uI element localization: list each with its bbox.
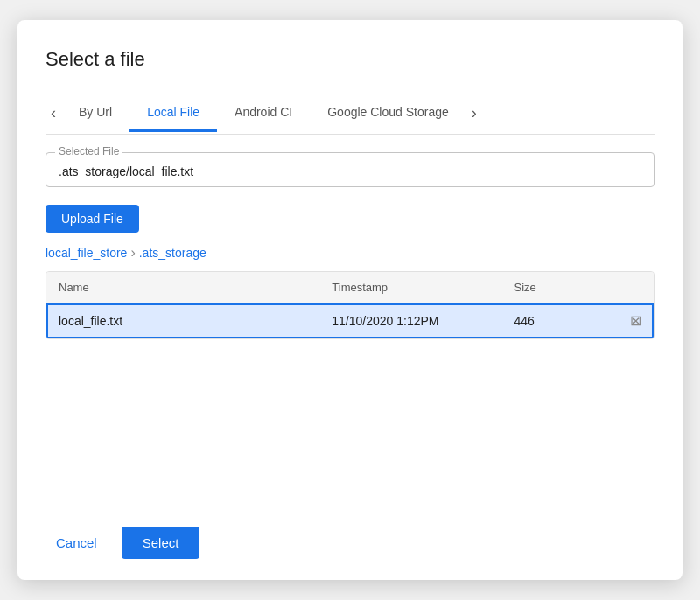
file-timestamp: 11/10/2020 1:12PM bbox=[319, 303, 501, 338]
next-tab-arrow[interactable]: › bbox=[466, 92, 482, 134]
table-row[interactable]: local_file.txt 11/10/2020 1:12PM 446 ⊠ bbox=[46, 303, 654, 338]
file-table-container: Name Timestamp Size local_file.txt 11/10… bbox=[46, 271, 654, 339]
delete-cell: ⊠ bbox=[593, 303, 654, 338]
breadcrumb: local_file_store › .ats_storage bbox=[46, 245, 654, 261]
file-size: 446 bbox=[501, 303, 592, 338]
prev-tab-arrow[interactable]: ‹ bbox=[46, 92, 61, 134]
breadcrumb-separator: › bbox=[130, 245, 135, 261]
table-header: Name Timestamp Size bbox=[46, 272, 654, 303]
selected-file-field: Selected File .ats_storage/local_file.tx… bbox=[46, 152, 654, 187]
dialog: Select a file ‹ By Url Local File Androi… bbox=[18, 20, 682, 580]
selected-file-label: Selected File bbox=[55, 145, 122, 157]
file-table: Name Timestamp Size local_file.txt 11/10… bbox=[46, 272, 654, 338]
content-area: Selected File .ats_storage/local_file.tx… bbox=[46, 135, 654, 506]
delete-icon[interactable]: ⊠ bbox=[630, 313, 641, 328]
dialog-footer: Cancel Select bbox=[46, 506, 654, 559]
selected-file-value: .ats_storage/local_file.txt bbox=[59, 164, 193, 178]
breadcrumb-root[interactable]: local_file_store bbox=[46, 246, 127, 260]
tab-by-url[interactable]: By Url bbox=[61, 94, 130, 132]
col-header-name: Name bbox=[46, 272, 319, 303]
tab-android-ci[interactable]: Android CI bbox=[217, 94, 310, 132]
col-header-size: Size bbox=[501, 272, 592, 303]
breadcrumb-current[interactable]: .ats_storage bbox=[139, 246, 206, 260]
cancel-button[interactable]: Cancel bbox=[46, 528, 108, 557]
col-header-action bbox=[593, 272, 654, 303]
tabs-row: ‹ By Url Local File Android CI Google Cl… bbox=[46, 92, 654, 135]
col-header-timestamp: Timestamp bbox=[319, 272, 501, 303]
select-button[interactable]: Select bbox=[122, 527, 200, 559]
dialog-title: Select a file bbox=[46, 48, 654, 71]
table-body: local_file.txt 11/10/2020 1:12PM 446 ⊠ bbox=[46, 303, 654, 338]
tab-google-cloud-storage[interactable]: Google Cloud Storage bbox=[310, 94, 466, 132]
tab-local-file[interactable]: Local File bbox=[130, 94, 217, 132]
file-name: local_file.txt bbox=[46, 303, 319, 338]
upload-file-button[interactable]: Upload File bbox=[46, 205, 139, 233]
